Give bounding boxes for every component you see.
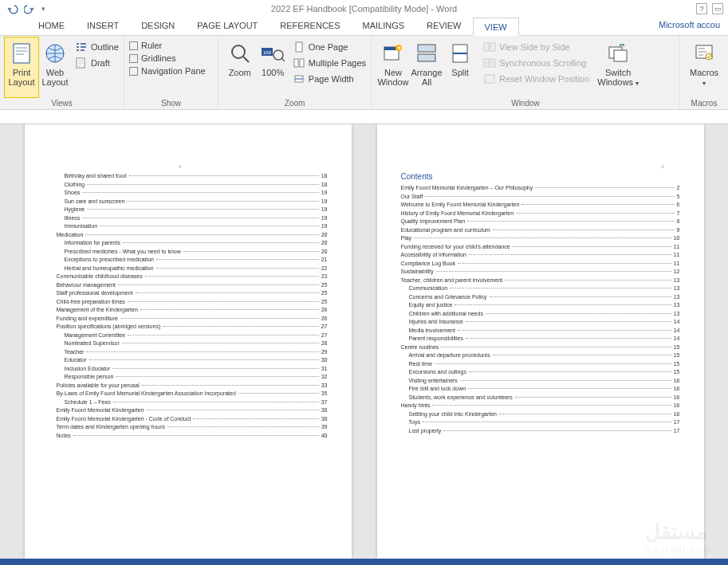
- tab-design[interactable]: DESIGN: [130, 17, 186, 35]
- help-icon[interactable]: ?: [696, 3, 707, 14]
- toc-row: Concerns and Grievance Policy13: [401, 293, 680, 302]
- new-window-button[interactable]: ★ New Window: [376, 37, 410, 97]
- page-width-button[interactable]: Page Width: [293, 73, 366, 85]
- toc-entry-text: Emily Foord Memorial Kindergarten: [57, 406, 146, 415]
- status-bar: [0, 559, 728, 565]
- tab-view[interactable]: VIEW: [473, 18, 519, 36]
- toc-leader-dots: [118, 284, 319, 285]
- qat-dropdown-icon[interactable]: ▾: [41, 5, 45, 13]
- switch-windows-button[interactable]: Switch Windows ▾: [596, 37, 640, 97]
- hundred-percent-button[interactable]: 100 100%: [256, 37, 289, 97]
- toc-leader-dots: [490, 296, 671, 297]
- multiple-pages-button[interactable]: Multiple Pages: [293, 57, 366, 69]
- toc-row: Play10: [401, 234, 680, 243]
- toc-entry-text: Emily Foord Memorial Kindergarten – Our …: [401, 184, 535, 193]
- split-icon: [447, 41, 473, 66]
- tab-home[interactable]: HOME: [27, 17, 76, 35]
- web-layout-button[interactable]: Web Layout: [38, 37, 72, 97]
- arrange-all-button[interactable]: Arrange All: [410, 37, 443, 97]
- checkbox-icon: [129, 54, 138, 63]
- toc-leader-dots: [142, 385, 319, 386]
- toc-row: Funding received for your child's attend…: [401, 243, 680, 252]
- navigation-pane-checkbox[interactable]: Navigation Pane: [129, 66, 206, 76]
- toc-row: Settling your child into Kindergarten16: [401, 410, 680, 419]
- tab-page-layout[interactable]: PAGE LAYOUT: [186, 17, 269, 35]
- toc-row: Emily Foord Memorial Kindergarten - Code…: [49, 415, 328, 424]
- tab-mailings[interactable]: MAILINGS: [352, 17, 416, 35]
- toc-leader-dots: [467, 221, 675, 222]
- toc-row: Emily Foord Memorial Kindergarten – Our …: [401, 184, 680, 193]
- web-layout-label: Web Layout: [38, 68, 72, 87]
- reset-window-position-icon: [483, 73, 496, 85]
- toc-row: Fire drill and lock down16: [401, 385, 680, 394]
- toc-entry-text: Educational program and curriculum: [401, 226, 492, 235]
- toc-row: Communicable childhood diseases23: [49, 273, 328, 281]
- outline-icon: [75, 41, 88, 53]
- tab-references[interactable]: REFERENCES: [269, 17, 351, 35]
- toc-entry-text: Prescribed medicines - What you need to …: [65, 248, 183, 257]
- tab-insert[interactable]: INSERT: [76, 17, 130, 35]
- toc-leader-dots: [521, 204, 674, 205]
- toc-entry-text: Funding and expenditure: [57, 315, 120, 324]
- toc-entry-page: 17: [672, 418, 680, 427]
- toc-entry-page: 19: [320, 222, 328, 231]
- ruler-checkbox[interactable]: Ruler: [129, 41, 206, 50]
- toc-entry-page: 23: [320, 273, 328, 281]
- print-layout-button[interactable]: Print Layout: [5, 37, 38, 97]
- toc-row: Behaviour management25: [49, 281, 328, 290]
- quick-access-toolbar: ▾: [0, 3, 45, 14]
- split-button[interactable]: Split: [443, 37, 477, 97]
- zoom-label: Zoom: [229, 68, 251, 77]
- toc-leader-dots: [167, 426, 319, 427]
- toc-leader-dots: [85, 234, 318, 235]
- chevron-down-icon: ▾: [702, 80, 706, 87]
- document-area[interactable]: 4 Birthday and shared food18Clothing18Sh…: [0, 124, 728, 559]
- gridlines-checkbox[interactable]: Gridlines: [129, 53, 206, 63]
- zoom-button[interactable]: Zoom: [223, 37, 256, 97]
- toc-entry-text: Communicable childhood diseases: [57, 273, 144, 281]
- tab-review[interactable]: REVIEW: [415, 17, 472, 35]
- toc-leader-dots: [443, 430, 671, 431]
- toc-leader-dots: [423, 422, 671, 422]
- toc-leader-dots: [468, 388, 671, 389]
- toc-entry-page: 6: [675, 201, 680, 210]
- checkbox-icon: [129, 67, 138, 76]
- account-label[interactable]: Microsoft accou: [659, 20, 720, 29]
- toc-entry-text: Injuries and insurance: [409, 318, 466, 327]
- toc-row: Students, work experience and volunteers…: [401, 394, 680, 402]
- toc-leader-dots: [238, 393, 319, 394]
- toc-leader-dots: [425, 196, 674, 197]
- ribbon-display-options-icon[interactable]: ▭: [712, 3, 723, 14]
- draft-button[interactable]: Draft: [75, 57, 119, 69]
- toc-entry-page: 15: [672, 360, 680, 369]
- toc-entry-text: Fire drill and lock down: [409, 385, 468, 394]
- ruler-bar: [0, 110, 728, 124]
- undo-icon[interactable]: [6, 3, 21, 14]
- zoom-icon: [227, 41, 253, 66]
- macros-button[interactable]: Macros▾: [685, 37, 723, 97]
- toc-entry-text: Hygiene: [65, 206, 87, 214]
- toc-entry-page: 35: [320, 390, 328, 398]
- toc-leader-dots: [145, 276, 319, 277]
- redo-icon[interactable]: [24, 3, 38, 14]
- toc-leader-dots: [469, 254, 671, 255]
- toc-leader-dots: [505, 280, 671, 281]
- titlebar: ▾ 2022 EF Handbook [Compatibility Mode] …: [0, 0, 728, 18]
- toc-entry-text: Children with additional needs: [409, 310, 485, 319]
- outline-button[interactable]: Outline: [75, 41, 119, 53]
- contents-heading: Contents: [401, 172, 680, 181]
- toc-entry-text: Child-free preparation times: [57, 298, 127, 307]
- toc-leader-dots: [193, 418, 318, 419]
- page-right: 3 Contents Emily Foord Memorial Kinderga…: [377, 124, 704, 559]
- toc-row: Teacher29: [49, 348, 328, 357]
- toc-entry-page: 25: [320, 281, 328, 290]
- toc-row: Nominated Supervisor28: [49, 339, 328, 348]
- one-page-button[interactable]: One Page: [293, 41, 366, 53]
- toc-row: Children with additional needs13: [401, 310, 680, 319]
- chevron-down-icon: ▾: [636, 80, 639, 87]
- toc-entry-page: 11: [672, 243, 680, 252]
- toc-entry-page: 13: [672, 277, 680, 285]
- toc-entry-page: 20: [320, 248, 328, 257]
- ribbon: Print Layout Web Layout Outline Draft Vi…: [0, 36, 728, 110]
- toc-row: Notes40: [49, 432, 328, 441]
